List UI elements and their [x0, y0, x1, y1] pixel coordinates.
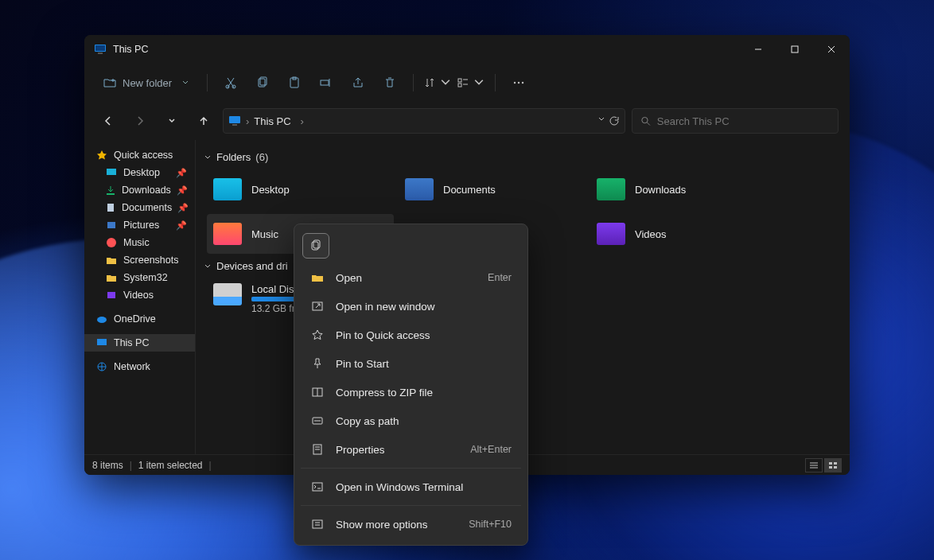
folder-item-videos[interactable]: Videos [590, 214, 777, 254]
copy-button[interactable] [249, 70, 276, 95]
svg-rect-17 [458, 79, 461, 82]
sidebar-item-label: Music [123, 237, 150, 248]
ctx-copy-button[interactable] [302, 233, 329, 259]
ctx-item-copy-path[interactable]: Copy as path [299, 406, 523, 435]
more-button[interactable] [505, 70, 532, 95]
copy-icon [309, 239, 322, 252]
sidebar-item-label: Network [114, 361, 150, 372]
search-box[interactable] [632, 108, 839, 134]
sidebar-item-documents[interactable]: Documents 📌 [84, 199, 195, 216]
close-button[interactable] [813, 35, 850, 64]
pin-icon: 📌 [176, 220, 187, 231]
sidebar-item-label: Documents [122, 202, 172, 213]
search-input[interactable] [657, 115, 830, 127]
paste-icon [288, 76, 301, 89]
breadcrumb[interactable]: This PC [254, 115, 290, 127]
cut-button[interactable] [217, 70, 244, 95]
sidebar-item-desktop[interactable]: Desktop 📌 [84, 164, 195, 181]
desktop-icon [105, 166, 118, 179]
downloads-icon [597, 178, 625, 200]
sidebar-item-this-pc[interactable]: This PC [84, 334, 195, 352]
svg-rect-54 [313, 483, 322, 491]
share-button[interactable] [344, 70, 372, 95]
sidebar-item-label: OneDrive [114, 313, 156, 325]
minimize-button[interactable] [740, 35, 776, 64]
svg-rect-33 [107, 292, 115, 298]
sidebar-item-pictures[interactable]: Pictures 📌 [84, 216, 195, 234]
up-button[interactable] [191, 108, 216, 134]
refresh-button[interactable] [609, 115, 620, 126]
view-button[interactable] [457, 70, 485, 95]
folder-item-downloads[interactable]: Downloads [590, 169, 777, 209]
ctx-item-pin-start[interactable]: Pin to Start [299, 349, 523, 378]
sidebar-item-network[interactable]: Network [84, 358, 195, 375]
delete-button[interactable] [376, 70, 403, 95]
rename-icon [320, 76, 333, 89]
pin-icon [310, 356, 325, 371]
new-folder-button[interactable]: New folder [95, 70, 197, 95]
terminal-icon [310, 480, 325, 494]
open-window-icon [310, 299, 325, 313]
sidebar-item-onedrive[interactable]: OneDrive [84, 310, 195, 328]
ctx-item-compress-zip[interactable]: Compress to ZIP file [299, 378, 523, 406]
ctx-item-properties[interactable]: Properties Alt+Enter [299, 435, 523, 464]
copy-icon [256, 76, 269, 89]
sidebar-item-downloads[interactable]: Downloads 📌 [84, 181, 195, 199]
svg-point-26 [642, 117, 648, 122]
context-menu-separator [301, 505, 521, 506]
zip-icon [310, 385, 325, 399]
documents-icon [105, 201, 116, 214]
status-selected-count: 1 item selected [138, 460, 203, 471]
sidebar-item-screenshots[interactable]: Screenshots [84, 251, 195, 269]
svg-rect-15 [321, 80, 329, 85]
details-view-button[interactable] [805, 458, 823, 472]
this-pc-icon [94, 43, 107, 56]
ctx-item-windows-terminal[interactable]: Open in Windows Terminal [299, 472, 523, 501]
ctx-item-pin-quick-access[interactable]: Pin to Quick access [299, 321, 523, 349]
folder-item-desktop[interactable]: Desktop [207, 169, 394, 209]
sidebar-item-label: Downloads [122, 185, 171, 196]
folder-label: Music [251, 228, 278, 240]
ctx-label: Compress to ZIP file [336, 387, 433, 399]
chevron-down-icon [439, 76, 452, 89]
sidebar-item-system32[interactable]: System32 [84, 269, 195, 286]
svg-rect-31 [107, 222, 115, 228]
group-header-folders[interactable]: Folders (6) [204, 151, 839, 163]
tiles-view-button[interactable] [824, 458, 842, 472]
documents-icon [405, 178, 434, 200]
sidebar-item-label: This PC [114, 337, 149, 348]
folder-label: Desktop [251, 184, 290, 196]
ctx-item-show-more[interactable]: Show more options Shift+F10 [299, 510, 523, 539]
address-bar[interactable]: › This PC› [223, 108, 625, 134]
sidebar: Quick access Desktop 📌 Downloads 📌 Docum… [84, 140, 196, 454]
navbar: › This PC› [84, 102, 850, 140]
chevron-down-icon[interactable] [597, 115, 605, 126]
ctx-item-open[interactable]: Open Enter [299, 263, 523, 292]
desktop-icon [213, 178, 242, 200]
ctx-label: Properties [336, 444, 385, 456]
pin-icon: 📌 [177, 185, 188, 196]
forward-button[interactable] [127, 108, 153, 134]
sidebar-item-quick-access[interactable]: Quick access [84, 146, 195, 164]
svg-rect-24 [229, 116, 240, 123]
onedrive-icon [95, 313, 108, 325]
sidebar-item-music[interactable]: Music [84, 234, 195, 251]
svg-rect-28 [107, 169, 116, 175]
rename-button[interactable] [313, 70, 340, 95]
recent-locations-button[interactable] [159, 108, 185, 134]
maximize-button[interactable] [776, 35, 813, 64]
sidebar-item-videos[interactable]: Videos [84, 286, 195, 304]
network-icon [95, 360, 108, 373]
ellipsis-icon [512, 76, 525, 89]
star-icon [310, 328, 325, 342]
sidebar-item-label: Desktop [123, 167, 160, 178]
svg-point-9 [226, 85, 229, 88]
back-button[interactable] [95, 108, 121, 134]
sidebar-item-label: System32 [123, 272, 168, 283]
ctx-label: Open in new window [336, 301, 435, 313]
paste-button[interactable] [281, 70, 308, 95]
ctx-item-open-new-window[interactable]: Open in new window [299, 292, 523, 321]
svg-rect-4 [792, 46, 798, 52]
folder-item-documents[interactable]: Documents [399, 169, 586, 209]
sort-button[interactable] [423, 70, 452, 95]
